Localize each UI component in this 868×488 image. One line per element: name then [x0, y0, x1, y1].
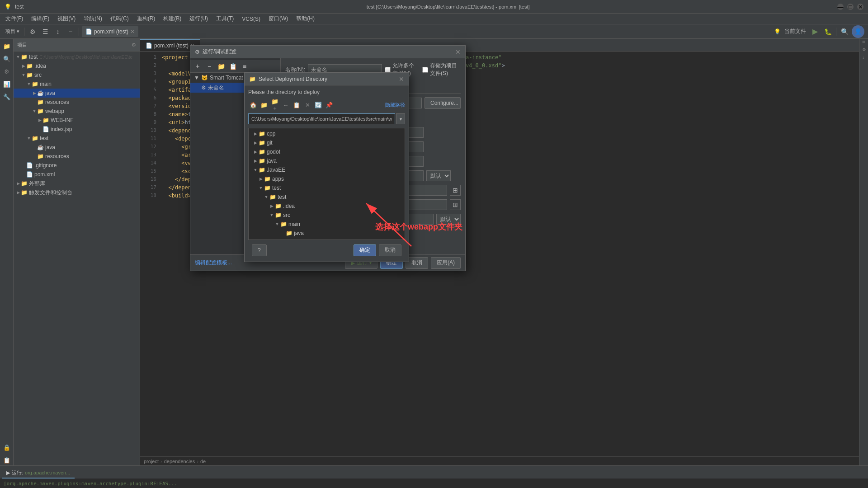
menu-run[interactable]: 运行(U)	[186, 14, 212, 23]
dir-test-inner[interactable]: ▼ 📁 test	[249, 192, 405, 202]
dir-cpp[interactable]: ▶ 📁 cpp	[249, 129, 405, 138]
project-settings-icon[interactable]: ⚙	[132, 42, 136, 48]
tree-pom[interactable]: 📄 pom.xml	[14, 170, 140, 179]
menu-code[interactable]: 代码(C)	[107, 14, 132, 23]
toolbar-collapse[interactable]: −	[65, 26, 76, 37]
config-remove[interactable]: −	[204, 61, 215, 72]
tree-main[interactable]: ▼ 📁 main	[14, 80, 140, 89]
allow-parallel-check[interactable]	[385, 67, 391, 73]
hide-path-link[interactable]: 隐藏路径	[385, 102, 405, 108]
edit-templates-link[interactable]: 编辑配置模板...	[195, 259, 232, 267]
menu-tools[interactable]: 工具(T)	[212, 14, 237, 23]
breadcrumb-item-2[interactable]: dependencies	[164, 459, 195, 464]
left-icon-4[interactable]: 📊	[1, 79, 12, 89]
config-copy[interactable]: 📋	[227, 61, 238, 72]
toolbar-run-config[interactable]: 当前文件	[784, 28, 806, 35]
tree-indexjsp[interactable]: 📄 index.jsp	[14, 125, 140, 134]
configure-button[interactable]: Configure...	[425, 97, 461, 109]
left-icon-bottom-2[interactable]: 📋	[1, 455, 12, 465]
tree-src[interactable]: ▼ 📁 src	[14, 70, 140, 80]
deploy-copy-btn[interactable]: 📋	[292, 100, 302, 110]
menu-view[interactable]: 视图(V)	[54, 14, 79, 23]
run-button[interactable]: ▶	[810, 26, 821, 37]
left-icon-3[interactable]: ⚙	[1, 66, 12, 77]
tree-test-dir[interactable]: ▼ 📁 test	[14, 134, 140, 143]
dir-main[interactable]: ▼ 📁 main	[249, 220, 405, 229]
deploy-cancel-btn[interactable]: 取消	[379, 244, 401, 256]
debug-button[interactable]: 🐛	[822, 26, 833, 37]
maximize-button[interactable]: □	[847, 4, 854, 10]
dir-godot[interactable]: ▶ 📁 godot	[249, 147, 405, 156]
jpda-select[interactable]: 默认	[426, 170, 451, 181]
search-everywhere[interactable]: 🔍	[839, 26, 850, 37]
menu-file[interactable]: 文件(F)	[2, 14, 27, 23]
deploy-folder-btn[interactable]: 📁	[259, 100, 269, 110]
dir-git[interactable]: ▶ 📁 git	[249, 138, 405, 147]
store-as-file-check[interactable]	[422, 67, 428, 73]
tree-test-resources[interactable]: 📁 resources	[14, 152, 140, 161]
toolbar-settings[interactable]: ⚙	[27, 26, 38, 37]
tree-idea[interactable]: ▶ 📁 .idea	[14, 61, 140, 70]
run-config-close[interactable]: ✕	[455, 48, 461, 56]
dir-idea[interactable]: ▶ 📁 .idea	[249, 202, 405, 211]
breadcrumb-item-1[interactable]: project	[144, 459, 159, 464]
right-icon-2[interactable]: ⚙	[860, 45, 867, 54]
toolbar-list[interactable]: ☰	[40, 26, 51, 37]
user-avatar[interactable]: 👤	[852, 25, 864, 38]
deploy-pin-btn[interactable]: 📌	[324, 100, 334, 110]
left-icon-5[interactable]: 🔧	[1, 91, 12, 102]
deploy-path-input[interactable]	[248, 113, 395, 124]
open-file-tab[interactable]: 📄 pom.xml (test) ✕	[82, 26, 138, 37]
store-as-file-checkbox[interactable]: 存储为项目文件(S)	[422, 62, 461, 77]
deploy-ok-btn[interactable]: 确定	[354, 244, 376, 256]
left-icon-bottom-1[interactable]: 🔒	[1, 442, 12, 453]
run-config-apply-button[interactable]: 应用(A)	[431, 257, 461, 269]
menu-edit[interactable]: 编辑(E)	[28, 14, 53, 23]
menu-help[interactable]: 帮助(H)	[292, 14, 318, 23]
menu-window[interactable]: 窗口(W)	[265, 14, 292, 23]
menu-refactor[interactable]: 重构(R)	[133, 14, 159, 23]
deploy-home-btn[interactable]: 🏠	[248, 100, 258, 110]
left-icon-1[interactable]: 📁	[1, 41, 12, 52]
deploy-delete-btn[interactable]: ✕	[302, 100, 312, 110]
deploy-back-btn[interactable]: ←	[281, 100, 291, 110]
minimize-button[interactable]: —	[837, 4, 844, 10]
right-icon-1[interactable]: ≡	[860, 39, 867, 45]
project-dropdown[interactable]: 项目 ▾	[4, 28, 21, 35]
tree-root[interactable]: ▼ 📁 test C:\Users\Moyang\Desktop\file\le…	[14, 52, 140, 61]
tree-external[interactable]: ▶ 📁 外部库	[14, 179, 140, 188]
dir-java2[interactable]: 📁 java	[249, 229, 405, 238]
config-sort[interactable]: ≡	[239, 61, 250, 72]
bottom-tab-run[interactable]: ▶ 运行: org.apache.maven...	[2, 468, 75, 479]
config-add[interactable]: +	[192, 61, 203, 72]
tree-resources[interactable]: 📁 resources	[14, 98, 140, 107]
deploy-help-btn[interactable]: ?	[252, 244, 267, 256]
menu-build[interactable]: 构建(B)	[160, 14, 185, 23]
dir-src[interactable]: ▼ 📁 src	[249, 211, 405, 220]
deploy-dialog-close[interactable]: ✕	[399, 75, 404, 83]
dir-apps[interactable]: ▶ 📁 apps	[249, 174, 405, 183]
tree-test-java[interactable]: ☕ java	[14, 143, 140, 152]
tree-scratch[interactable]: ▶ 📁 触发文件和控制台	[14, 188, 140, 197]
dir-javaee[interactable]: ▼ 📁 JavaEE	[249, 165, 405, 174]
left-icon-2[interactable]: 🔍	[1, 53, 12, 64]
deploy-path-arrow[interactable]: ▾	[396, 113, 405, 124]
deploy-refresh-btn[interactable]: 🔄	[313, 100, 323, 110]
dir-resources[interactable]: 📁 resources	[249, 238, 405, 240]
browser-select[interactable]: 默认	[436, 214, 461, 225]
deploy-newfolder-btn[interactable]: 📁+	[270, 100, 280, 110]
dir-test-outer[interactable]: ▼ 📁 test	[249, 183, 405, 192]
config-folder[interactable]: 📁	[216, 61, 226, 72]
tree-gitignore[interactable]: 📄 .gitignore	[14, 161, 140, 170]
tree-webinf[interactable]: ▶ 📁 WEB-INF	[14, 116, 140, 125]
menu-vcs[interactable]: VCS(S)	[238, 15, 264, 23]
dir-java[interactable]: ▶ 📁 java	[249, 156, 405, 165]
breadcrumb-item-3[interactable]: de	[200, 459, 206, 464]
deploy-btn[interactable]: ⊞	[450, 199, 461, 210]
toolbar-sort[interactable]: ↕	[52, 26, 63, 37]
menu-navigate[interactable]: 导航(N)	[80, 14, 106, 23]
vm-opts-btn[interactable]: ⊞	[450, 185, 461, 196]
right-icon-3[interactable]: →	[860, 54, 867, 62]
close-button[interactable]: ✕	[857, 4, 863, 10]
tree-webapp[interactable]: ▼ 📁 webapp	[14, 107, 140, 116]
